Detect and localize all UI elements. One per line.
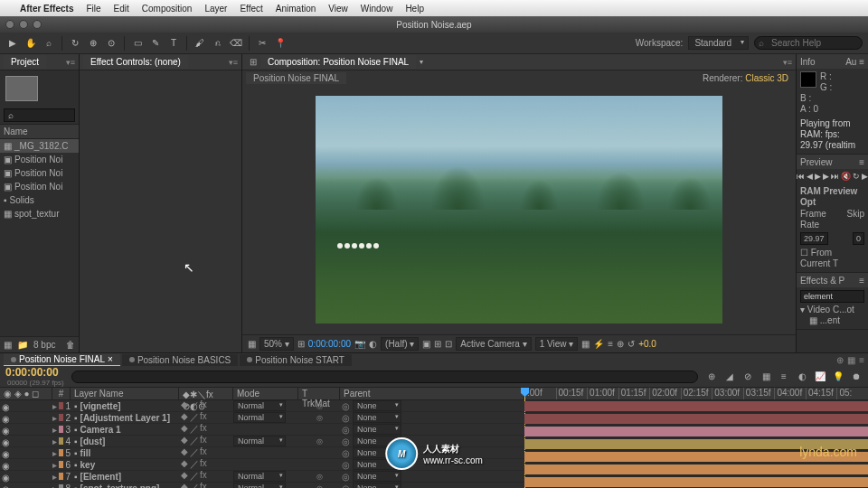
comp-button-icon[interactable]: ⊕	[705, 371, 718, 381]
flowchart-icon[interactable]: ⊞	[246, 57, 260, 67]
grid-icon[interactable]: ⊞	[434, 339, 441, 349]
mute-icon[interactable]: 🔇	[841, 171, 851, 182]
auto-key-icon[interactable]: ⏺	[850, 371, 863, 381]
pickwhip-icon[interactable]: ◎	[342, 436, 350, 446]
timeline-ruler[interactable]: :00f00:15f01:00f01:15f02:00f02:15f03:00f…	[524, 388, 868, 400]
blend-mode-dropdown[interactable]: Normal	[233, 483, 286, 488]
parent-dropdown[interactable]: None	[353, 424, 401, 435]
timeline-icon[interactable]: ≡	[608, 339, 613, 349]
timeline-layer[interactable]: ◉ ▸8 ▪[spot_texture.png] ◆／fx Normal ◎ ◎…	[0, 483, 524, 488]
comp-flow-icon[interactable]: ⊕	[617, 339, 624, 349]
app-name[interactable]: After Effects	[20, 4, 73, 14]
renderer-selector[interactable]: Renderer: Classic 3D	[699, 73, 792, 83]
menu-file[interactable]: File	[86, 4, 100, 14]
puppet-tool-icon[interactable]: 📍	[273, 36, 288, 51]
eraser-tool-icon[interactable]: ⌫	[229, 36, 243, 51]
minimize-icon[interactable]	[19, 20, 28, 29]
layer-color[interactable]	[59, 473, 63, 480]
first-frame-icon[interactable]: ⏮	[797, 171, 805, 182]
layer-color[interactable]	[59, 426, 63, 433]
res-icon[interactable]: ⊞	[297, 339, 305, 349]
info-panel-tab[interactable]: Info	[800, 57, 816, 67]
effect-controls-tab[interactable]: Effect Controls: (none)	[83, 55, 188, 69]
layer-bar[interactable]	[524, 427, 868, 436]
snapshot-icon[interactable]: 📷	[354, 339, 365, 349]
composition-viewer[interactable]	[242, 85, 796, 334]
project-item[interactable]: ▣Position Noi	[0, 180, 79, 193]
timeline-layer[interactable]: ◉ ▸2 ▪[Adjustment Layer 1] ◆／fx Normal ◎…	[0, 412, 524, 424]
effects-search-input[interactable]	[800, 290, 864, 303]
project-item[interactable]: ▪Solids	[0, 193, 79, 207]
ram-preview-icon[interactable]: ▶	[862, 171, 868, 182]
panel-menu-icon[interactable]: ▾≡	[229, 58, 238, 67]
visibility-icon[interactable]: ◉	[2, 449, 9, 456]
reset-exp-icon[interactable]: ↺	[627, 339, 635, 349]
blend-mode-dropdown[interactable]: Normal	[233, 471, 286, 482]
3d-icon[interactable]: ▦	[760, 371, 772, 381]
menu-layer[interactable]: Layer	[204, 4, 227, 14]
layer-color[interactable]	[59, 414, 63, 421]
layer-color[interactable]	[59, 449, 63, 456]
timeline-track-area[interactable]: :00f00:15f01:00f01:15f02:00f02:15f03:00f…	[524, 388, 868, 488]
roto-tool-icon[interactable]: ✂	[255, 36, 269, 51]
pickwhip-icon[interactable]: ◎	[342, 413, 350, 423]
pickwhip-icon[interactable]: ◎	[342, 460, 350, 470]
visibility-icon[interactable]: ◉	[2, 402, 9, 409]
layer-color[interactable]	[59, 402, 63, 409]
layer-bar[interactable]	[524, 452, 868, 462]
project-item[interactable]: ▦_MG_3182.C	[0, 139, 79, 153]
effects-group[interactable]: Video C...ot	[807, 305, 854, 314]
effects-item[interactable]: ▦ ...ent	[800, 315, 864, 326]
menu-effect[interactable]: Effect	[240, 4, 262, 14]
blend-mode-dropdown[interactable]: Normal	[233, 436, 286, 446]
shy-icon[interactable]: ◢	[723, 371, 736, 381]
menu-window[interactable]: Window	[361, 4, 393, 14]
project-item[interactable]: ▦spot_textur	[0, 207, 79, 221]
workspace-dropdown[interactable]: Standard	[688, 36, 749, 50]
skip-input[interactable]: 0	[853, 232, 864, 245]
shape-tool-icon[interactable]: ▭	[130, 36, 145, 51]
parent-dropdown[interactable]: None	[353, 436, 401, 446]
toggle-alpha-icon[interactable]: ▦	[248, 339, 256, 349]
timeline-tab[interactable]: Position Noise BASICS	[122, 354, 238, 366]
resolution-dropdown[interactable]: (Half) ▾	[381, 337, 419, 351]
parent-dropdown[interactable]: None	[353, 447, 401, 458]
timeline-layer[interactable]: ◉ ▸3 ▪Camera 1 ◆／fx ◎None	[0, 424, 524, 436]
layer-bar[interactable]	[524, 439, 868, 449]
views-dropdown[interactable]: 1 View ▾	[535, 337, 579, 351]
pickwhip-icon[interactable]: ◎	[342, 425, 350, 435]
timeline-timecode[interactable]: 0:00:00:00	[5, 366, 59, 379]
loop-icon[interactable]: ↻	[853, 171, 860, 182]
comp-name-tab[interactable]: Position Noise FINAL	[246, 72, 346, 84]
frame-blend-icon[interactable]: ≡	[778, 371, 790, 381]
prev-frame-icon[interactable]: ◀	[807, 171, 813, 182]
last-frame-icon[interactable]: ⏭	[831, 171, 839, 182]
clone-tool-icon[interactable]: ⎌	[211, 36, 225, 51]
layer-color[interactable]	[59, 484, 63, 488]
panel-menu-icon[interactable]: ≡	[859, 276, 864, 286]
hand-tool-icon[interactable]: ✋	[24, 36, 38, 51]
panel-menu-icon[interactable]: ≡	[859, 355, 864, 365]
parent-dropdown[interactable]: None	[353, 483, 401, 488]
panel-menu-icon[interactable]: ▾≡	[783, 58, 792, 67]
menu-help[interactable]: Help	[405, 4, 424, 14]
folder-icon[interactable]: 📁	[17, 340, 28, 350]
pan-behind-tool-icon[interactable]: ⊙	[104, 36, 118, 51]
preview-panel-tab[interactable]: Preview	[800, 157, 833, 167]
pixel-ar-icon[interactable]: ▦	[581, 339, 590, 349]
comp-flow-icon[interactable]: ⊕	[836, 355, 844, 365]
guides-icon[interactable]: ⊡	[445, 339, 452, 349]
parent-dropdown[interactable]: None	[353, 459, 401, 470]
parent-dropdown[interactable]: None	[353, 412, 401, 423]
roi-icon[interactable]: ▣	[422, 339, 430, 349]
fast-preview-icon[interactable]: ⚡	[593, 339, 604, 349]
visibility-icon[interactable]: ◉	[2, 484, 9, 488]
viewer-timecode[interactable]: 0:00:00:00	[308, 339, 351, 349]
graph-icon[interactable]: 📈	[814, 371, 826, 381]
layer-bar[interactable]	[524, 414, 868, 424]
search-help-input[interactable]: Search Help	[754, 36, 863, 50]
trash-icon[interactable]: 🗑	[66, 340, 75, 350]
timeline-layer[interactable]: ◉ ▸4 ▪[dust] ◆／fx Normal ◎ ◎None	[0, 436, 524, 447]
play-icon[interactable]: ▶	[815, 171, 821, 182]
visibility-icon[interactable]: ◉	[2, 414, 9, 421]
